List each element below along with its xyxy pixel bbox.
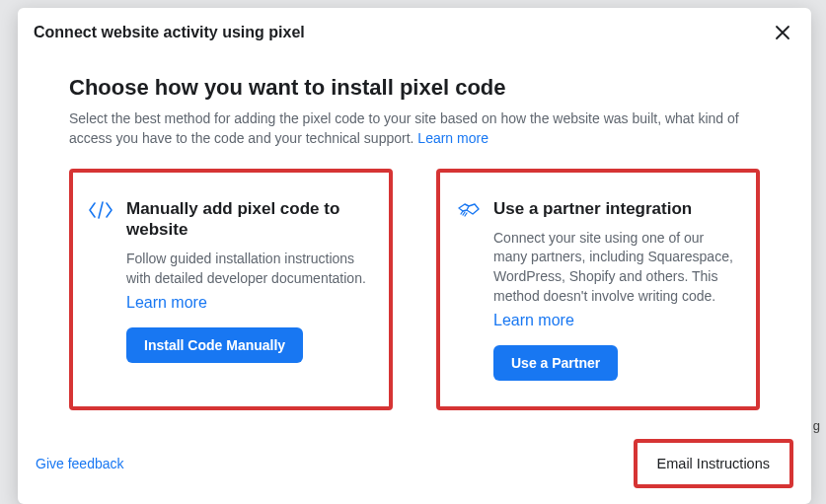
card-manual-title: Manually add pixel code to website	[126, 198, 371, 241]
card-partner-title: Use a partner integration	[493, 198, 738, 219]
card-manual-learn-more[interactable]: Learn more	[126, 294, 207, 311]
install-pixel-modal: Connect website activity using pixel Cho…	[18, 8, 811, 504]
card-manual-desc: Follow guided installation instructions …	[126, 250, 371, 288]
card-partner[interactable]: Use a partner integration Connect your s…	[436, 169, 760, 411]
section-description: Select the best method for adding the pi…	[69, 108, 760, 149]
modal-header: Connect website activity using pixel	[18, 8, 811, 53]
modal-title: Connect website activity using pixel	[34, 24, 305, 41]
learn-more-link-top[interactable]: Learn more	[417, 130, 488, 146]
card-manual[interactable]: Manually add pixel code to website Follo…	[69, 169, 393, 411]
card-partner-desc: Connect your site using one of our many …	[493, 229, 738, 306]
close-button[interactable]	[772, 22, 793, 43]
modal-footer: Give feedback Email Instructions	[18, 429, 811, 504]
email-instructions-highlight: Email Instructions	[634, 439, 793, 488]
handshake-icon	[454, 198, 482, 382]
install-code-manually-button[interactable]: Install Code Manually	[126, 327, 303, 363]
email-instructions-button[interactable]: Email Instructions	[657, 456, 770, 471]
give-feedback-link[interactable]: Give feedback	[36, 456, 124, 471]
card-partner-learn-more[interactable]: Learn more	[493, 312, 574, 328]
use-a-partner-button[interactable]: Use a Partner	[493, 345, 618, 381]
close-icon	[775, 25, 790, 40]
code-icon	[87, 198, 114, 364]
section-heading: Choose how you want to install pixel cod…	[69, 75, 760, 101]
modal-body: Choose how you want to install pixel cod…	[18, 53, 811, 429]
section-description-text: Select the best method for adding the pi…	[69, 110, 739, 146]
option-cards-row: Manually add pixel code to website Follo…	[69, 169, 760, 411]
